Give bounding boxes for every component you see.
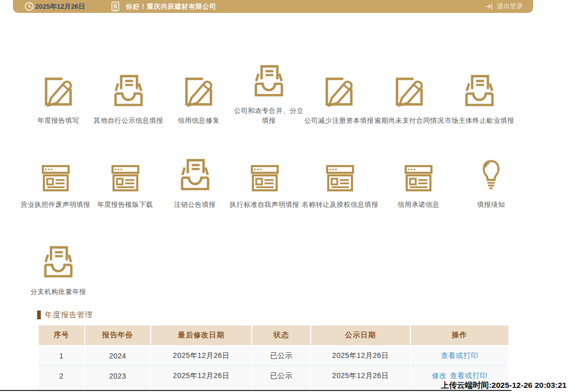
- browser-icon: [324, 163, 357, 193]
- table-row: 220232025年12月26日已公示2025年12月26日修改查看或打印: [39, 366, 508, 386]
- menu-item-label: 公司减少注册资本填报: [304, 116, 374, 126]
- inbox-icon: [461, 72, 498, 109]
- section-header: 年度报告管理: [37, 310, 93, 320]
- menu-item-label: 注销公告填报: [174, 200, 216, 210]
- menu-item-label: 填报须知: [477, 200, 505, 210]
- cell-year: 2023: [85, 366, 151, 386]
- menu-item-label: 名称转让及授权信息填报: [302, 200, 379, 210]
- menu-item[interactable]: 年度报告填写: [23, 72, 93, 126]
- menu-item-label: 营业执照作废声明填报: [21, 200, 90, 210]
- menu-item[interactable]: 信用信息修复: [164, 72, 234, 126]
- cell-status: 已公示: [252, 346, 311, 366]
- cell-index: 2: [39, 366, 85, 386]
- menu-item[interactable]: 名称转让及授权信息填报: [299, 163, 381, 210]
- col-header-index: 序号: [39, 325, 85, 346]
- cell-index: 3: [39, 386, 85, 392]
- browser-icon: [248, 163, 281, 193]
- cell-status: 已公示: [252, 386, 311, 392]
- col-header-published: 公示日期: [311, 325, 411, 346]
- menu-item-label: 年度报告模版下载: [98, 200, 153, 210]
- table-action-link[interactable]: 查看或打印: [450, 371, 488, 380]
- topbar-date: 2025年12月26日: [35, 2, 85, 11]
- menu-item[interactable]: 逾期尚未支付合同情况: [374, 72, 444, 126]
- browser-icon: [39, 163, 72, 193]
- inbox-icon: [251, 62, 287, 99]
- icon-grid-row-2: 营业执照作废声明填报年度报告模版下载注销公告填报执行标准自我声明填报名称转让及授…: [0, 162, 526, 210]
- menu-item-label: 其他自行公示信息填报: [94, 116, 164, 126]
- bottom-edge-line: [0, 390, 511, 391]
- edit-icon: [322, 72, 356, 109]
- logout-icon: [485, 2, 493, 11]
- col-header-modified: 最后修改日期: [151, 325, 252, 346]
- menu-item-label: 执行标准自我声明填报: [230, 200, 299, 210]
- table-header-row: 序号 报告年份 最后修改日期 状态 公示日期 操作: [39, 325, 508, 346]
- icon-grid-row-3: 分支机构批量年报: [0, 248, 93, 297]
- cell-modified: 2023年5月31日: [151, 386, 252, 392]
- inbox-icon: [40, 243, 76, 280]
- col-header-status: 状态: [252, 325, 311, 346]
- menu-item[interactable]: 执行标准自我声明填报: [230, 163, 299, 210]
- col-header-year: 报告年份: [85, 325, 151, 346]
- topbar: 2025年12月26日 你好！重庆共辰建材有限公司 退出登录: [13, 0, 533, 13]
- menu-item[interactable]: 市场主体终止歇业填报: [444, 72, 515, 126]
- menu-item[interactable]: 年度报告模版下载: [90, 163, 160, 210]
- cell-status: 已公示: [252, 366, 311, 386]
- upload-time-overlay: 上传云端时间:2025-12-26 20:03:21: [441, 380, 567, 391]
- menu-item[interactable]: 营业执照作废声明填报: [21, 163, 90, 210]
- cell-published: 2025年12月26日: [311, 346, 411, 366]
- table-row: 320222023年5月31日已公示2023年5月31日查看或打印: [39, 386, 508, 392]
- logout-button[interactable]: 退出登录: [485, 2, 523, 11]
- logout-label: 退出登录: [497, 2, 523, 11]
- browser-icon: [402, 163, 435, 193]
- cell-year: 2024: [85, 346, 151, 366]
- inbox-icon: [177, 156, 213, 193]
- greeting-text: 你好！重庆共辰建材有限公司: [126, 2, 217, 11]
- inbox-icon: [110, 72, 147, 109]
- edit-icon: [392, 72, 426, 109]
- menu-item-label: 信用承诺信息: [398, 200, 440, 210]
- clock-icon: [24, 2, 34, 11]
- icon-grid-row-1: 年度报告填写其他自行公示信息填报信用信息修复公司和农专合并、分立填报公司减少注册…: [0, 63, 515, 126]
- edit-icon: [41, 72, 75, 109]
- menu-item[interactable]: 公司和农专合并、分立填报: [234, 62, 304, 126]
- menu-item-label: 市场主体终止歇业填报: [445, 116, 515, 126]
- menu-item[interactable]: 公司减少注册资本填报: [304, 72, 374, 126]
- menu-item-label: 公司和农专合并、分立填报: [234, 106, 304, 126]
- menu-item[interactable]: 注销公告填报: [160, 156, 230, 210]
- cell-actions: 查看或打印: [411, 346, 508, 366]
- menu-item-label: 逾期尚未支付合同情况: [375, 116, 444, 126]
- menu-item-label: 年度报告填写: [38, 116, 79, 126]
- col-header-actions: 操作: [411, 325, 508, 346]
- user-badge-icon: [111, 2, 120, 11]
- table-row: 120242025年12月26日已公示2025年12月26日查看或打印: [39, 346, 508, 366]
- cell-modified: 2025年12月26日: [151, 366, 252, 386]
- menu-item[interactable]: 其他自行公示信息填报: [93, 72, 164, 126]
- menu-item[interactable]: 分支机构批量年报: [23, 243, 93, 297]
- annual-report-table: 序号 报告年份 最后修改日期 状态 公示日期 操作 120242025年12月2…: [39, 325, 508, 392]
- cell-year: 2022: [85, 386, 151, 392]
- browser-icon: [109, 163, 142, 193]
- section-marker: [37, 311, 41, 319]
- cell-published: 2023年5月31日: [311, 386, 411, 392]
- menu-item[interactable]: 信用承诺信息: [381, 163, 456, 210]
- cell-index: 1: [39, 346, 85, 366]
- edit-icon: [182, 72, 216, 109]
- menu-item[interactable]: 填报须知: [456, 159, 526, 210]
- bulb-icon: [479, 159, 503, 193]
- menu-item-label: 信用信息修复: [178, 116, 220, 126]
- section-title-text: 年度报告管理: [45, 310, 93, 320]
- table-action-link[interactable]: 查看或打印: [441, 351, 478, 360]
- menu-item-label: 分支机构批量年报: [30, 287, 86, 297]
- cell-modified: 2025年12月26日: [151, 346, 252, 366]
- cell-published: 2025年12月26日: [311, 366, 411, 386]
- table-action-link[interactable]: 修改: [432, 371, 447, 380]
